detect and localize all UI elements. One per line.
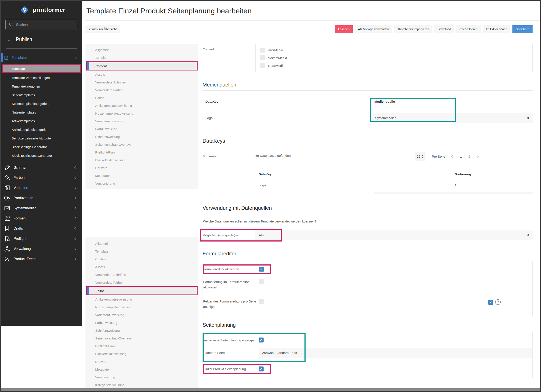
subnav-item[interactable]: Versionierung [85,179,198,187]
subnav-item[interactable]: Verwendete Farben [85,86,198,94]
subnav-item-label: Editor [95,96,104,100]
subnav-item[interactable]: Artikeltemplatezuweisung [85,102,198,109]
subnav-item-label: Derivate [95,166,107,170]
sidebar-submenu-item[interactable]: Template Voreinstellungen [1,73,82,82]
toolbar-action-button[interactable]: Als Vorlage verwenden [355,25,392,33]
sidebar-section-item[interactable]: Verwaltung [1,244,82,254]
subnav-item[interactable]: Variantenzuweisung [85,117,198,125]
subnav-item[interactable]: Versionierung [85,373,198,381]
subnav-item[interactable]: Preflight-Plan [85,148,198,156]
sidebar-section-item[interactable]: Produzenten [1,193,82,203]
subnav-item[interactable]: Nutzentemplatezuweisung [85,109,198,117]
horizontal-scrollbar[interactable] [1,388,540,391]
subnav-item[interactable]: Derivate [85,164,198,172]
formulareditor-aktivieren-checkbox[interactable] [259,267,264,272]
sidebar-submenu-item[interactable]: BlockRestrictions Generator [1,151,82,160]
sidebar-group-templates[interactable]: Templates [1,53,82,62]
sidebar-submenu-item[interactable]: BlockSettings Generator [1,143,82,151]
subnav-item[interactable]: Variantenzuweisung [85,311,198,319]
sidebar-submenu-item[interactable]: Seitentemplates [1,91,82,99]
toolbar-action-button[interactable]: Im Editor öffnen [483,25,510,33]
sidebar-submenu-item[interactable]: Templatekategorien [1,82,82,91]
sidebar-divider [6,48,77,49]
page-next-icon[interactable] [476,155,479,158]
subnav-item[interactable]: Nutzentemplatezuweisung [85,303,198,311]
subnav-item-label: Schriftzuweisung [95,135,120,139]
main-area: Template Einzel Produkt Seitenplanung be… [82,1,540,391]
toolbar-action-button[interactable]: Speichern [512,25,533,33]
medienquelle-select[interactable]: Systemmedien [372,113,533,123]
subnav-item[interactable]: Assets [85,263,198,271]
toolbar-action-button[interactable]: Löschen [335,25,353,33]
subnav-item[interactable]: Blockeffektzuweisung [85,156,198,164]
subnav-item[interactable]: Editor [86,286,198,295]
sidebar-section-item[interactable]: Product-Feeds [1,254,82,264]
logo[interactable]: printformer [1,1,82,15]
sidebar-submenu-item[interactable]: Templates [2,64,81,73]
sidebar-section-item[interactable]: Systemmedien [1,203,82,213]
subnav-item[interactable]: Seitenvorschau-Overlays [85,334,198,342]
verwendung-heading: Verwendung mit Datenquellen [203,205,533,211]
subnav-item[interactable]: Content [85,255,198,263]
back-to-publish[interactable]: ← Publish [7,36,82,42]
sidebar-submenu-item[interactable]: Artikeltemplatekategorien [1,125,82,134]
sidebar-submenu-item[interactable]: Seitentemplatekategorien [1,99,82,108]
felder-pro-seite-checkbox[interactable] [259,299,264,304]
subnav-item[interactable]: Template [85,54,198,61]
subnav-item[interactable]: Derivate [85,358,198,365]
subnav-item[interactable]: Verwendete Schriften [85,78,198,86]
formatierung-checkbox[interactable] [259,279,264,284]
subnav-item[interactable]: Assets [85,71,198,78]
subnav-item[interactable]: Content [86,61,198,71]
formulareditor-box: Formulareditor aktivieren Formatierung i… [203,261,533,316]
subnav-item[interactable]: Metadaten [85,365,198,373]
page-number-1[interactable]: 1 [460,155,462,158]
subnav-item[interactable]: Schriftzuweisung [85,326,198,334]
checkbox[interactable] [260,55,265,60]
einzel-produkt-checkbox[interactable] [259,367,264,372]
sidebar-section-item[interactable]: Farben [1,173,82,183]
subnav-item[interactable]: Farbzuweisung [85,125,198,133]
checkbox-label: systemMedia [268,56,287,60]
sidebar-submenu-item[interactable]: Nutzentemplates [1,108,82,117]
subnav-item-label: Allgemein [95,242,109,245]
subnav-item[interactable]: Farbzuweisung [85,319,198,326]
col-header-datakey: DataKey [203,100,372,103]
subnav-item[interactable]: Allgemein [85,239,198,247]
submenu-item-label: Seitentemplates [12,93,35,97]
sidebar-section-item[interactable]: Formen [1,213,82,223]
subnav-item[interactable]: Allgemein [85,46,198,54]
subnav-item[interactable]: Artikeltemplatezuweisung [85,295,198,303]
subnav-item[interactable]: Verwendete Schriften [85,271,198,279]
sidebar-section-item[interactable]: Preflight [1,234,82,244]
sidebar-submenu-item[interactable]: Artikeltemplates [1,117,82,125]
right-side-checkbox[interactable] [488,300,493,305]
subnav-item[interactable]: Template [85,247,198,255]
sidebar-section-item[interactable]: Drafts [1,223,82,234]
subnav-item[interactable]: Blockeffektzuweisung [85,350,198,358]
subnav-item[interactable]: Editor [85,94,198,102]
checkbox[interactable] [260,48,265,52]
help-icon[interactable]: ? [495,299,501,305]
checkbox[interactable] [260,63,265,68]
subnav-item[interactable]: Metadaten [85,172,198,179]
toolbar-action-button[interactable]: Thumbnails importieren [394,25,432,33]
sidebar-search[interactable]: Suchen [5,20,77,30]
subnav-item[interactable]: Verwendete Farben [85,279,198,286]
datenquelle-select[interactable]: Alle [255,230,533,240]
per-page-select[interactable]: 25 [415,152,426,161]
immer-seitenplanung-checkbox[interactable] [259,337,264,342]
page-number-2[interactable]: 2 [468,155,470,158]
sidebar-section-item[interactable]: Schriften [1,162,82,173]
page-prev-icon[interactable] [451,155,454,158]
sidebar-submenu-item[interactable]: Benutzerdefinierte Attribute [1,134,82,143]
toolbar-action-button[interactable]: Download [434,25,454,33]
standard-feed-select[interactable]: Auswahl-Standard-Feed [259,348,532,358]
subnav-item[interactable]: Seitenvorschau-Overlays [85,141,198,148]
sidebar-section-item[interactable]: Varianten [1,183,82,193]
back-to-overview-button[interactable]: Zurück zur Übersicht [85,25,120,33]
toolbar-action-button[interactable]: Cache leeren [456,25,481,33]
subnav-item[interactable]: Preflight-Plan [85,342,198,350]
subnav-item[interactable]: Schriftzuweisung [85,133,198,141]
subnav-item[interactable]: Kategoriezuweisung [85,381,198,389]
